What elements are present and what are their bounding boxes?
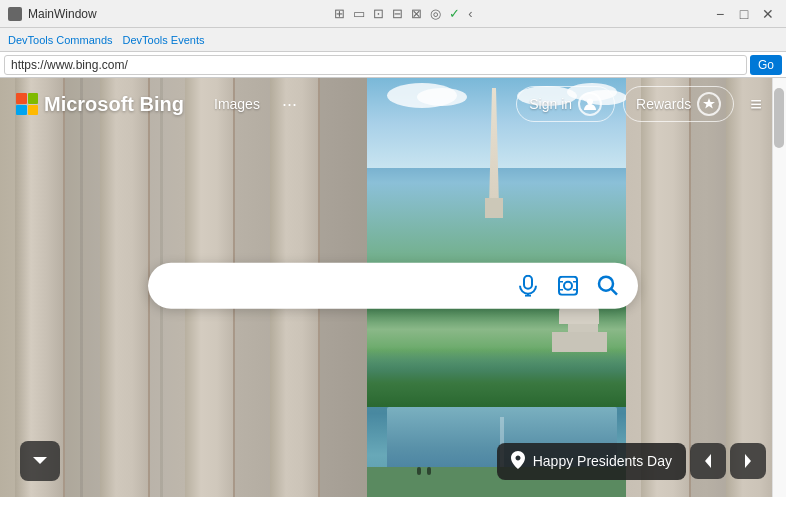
bing-logo[interactable]: Microsoft Bing	[16, 93, 184, 116]
bing-logo-squares	[16, 93, 38, 115]
right-column-shaft	[641, 78, 691, 497]
next-button[interactable]	[730, 443, 766, 479]
bottom-right-controls: Happy Presidents Day	[497, 443, 766, 480]
window-title: MainWindow	[28, 7, 97, 21]
browser-content: Microsoft Bing Images ··· Sign in Reward…	[0, 78, 786, 497]
location-badge: Happy Presidents Day	[497, 443, 686, 480]
scrollbar-thumb[interactable]	[774, 88, 784, 148]
svg-rect-4	[559, 276, 577, 294]
address-bar: Go	[0, 52, 786, 78]
app-icon	[8, 7, 22, 21]
nav-more[interactable]: ···	[274, 90, 305, 119]
svg-point-0	[587, 99, 593, 105]
location-pin-icon	[511, 451, 525, 472]
microphone-icon[interactable]	[514, 271, 542, 299]
monument-base	[485, 198, 503, 218]
rewards-button[interactable]: Rewards	[623, 86, 734, 122]
bing-header-right: Sign in Rewards ≡	[516, 86, 770, 122]
search-bar	[148, 262, 638, 308]
column-shaft-1	[15, 78, 65, 497]
toolbar-icon-1: ⊞	[334, 6, 345, 21]
column-shadow-1	[65, 78, 100, 497]
bg-right-column	[626, 78, 786, 497]
hamburger-menu[interactable]: ≡	[742, 88, 770, 121]
right-column-shaft-2	[726, 78, 776, 497]
sign-in-label: Sign in	[529, 96, 572, 112]
nav-images[interactable]: Images	[204, 90, 270, 118]
logo-square-blue	[16, 105, 27, 116]
logo-square-yellow	[28, 105, 39, 116]
toolbar-icon-back: ‹	[468, 6, 472, 21]
logo-square-red	[16, 93, 27, 104]
maximize-button[interactable]: □	[734, 4, 754, 24]
column-shaft-2	[100, 78, 150, 497]
toolbar-icon-4: ⊟	[392, 6, 403, 21]
scroll-down-button[interactable]	[20, 441, 60, 481]
logo-square-green	[28, 93, 39, 104]
visual-search-icon[interactable]	[554, 271, 582, 299]
svg-rect-1	[524, 275, 532, 288]
minimize-button[interactable]: −	[710, 4, 730, 24]
location-label: Happy Presidents Day	[533, 453, 672, 469]
user-icon	[578, 92, 602, 116]
bing-logo-text: Microsoft Bing	[44, 93, 184, 116]
close-button[interactable]: ✕	[758, 4, 778, 24]
title-bar: MainWindow ⊞ ▭ ⊡ ⊟ ⊠ ◎ ✓ ‹ − □ ✕	[0, 0, 786, 28]
devtools-commands[interactable]: DevTools Commands	[4, 32, 117, 48]
svg-point-10	[599, 276, 613, 290]
toolbar-icon-check: ✓	[449, 6, 460, 21]
bing-header: Microsoft Bing Images ··· Sign in Reward…	[0, 78, 786, 130]
search-container	[148, 262, 638, 308]
svg-point-5	[564, 281, 572, 289]
svg-line-11	[611, 288, 617, 294]
scrollbar[interactable]	[772, 78, 786, 497]
capitol-drum	[568, 324, 598, 332]
bottom-bar: Happy Presidents Day	[0, 441, 786, 481]
rewards-icon	[697, 92, 721, 116]
toolbar-icon-2: ▭	[353, 6, 365, 21]
search-input[interactable]	[164, 276, 514, 294]
url-input[interactable]	[4, 55, 747, 75]
devtools-toolbar: DevTools Commands DevTools Events	[0, 28, 786, 52]
search-submit-icon[interactable]	[594, 271, 622, 299]
prev-button[interactable]	[690, 443, 726, 479]
trees-row	[367, 347, 637, 407]
sign-in-button[interactable]: Sign in	[516, 86, 615, 122]
rewards-label: Rewards	[636, 96, 691, 112]
capitol-body	[552, 332, 607, 352]
devtools-events[interactable]: DevTools Events	[119, 32, 209, 48]
toolbar-icon-5: ⊠	[411, 6, 422, 21]
bing-nav: Images ···	[204, 90, 305, 119]
right-column-shadow	[691, 78, 726, 497]
toolbar-icon-6: ◎	[430, 6, 441, 21]
go-button[interactable]: Go	[750, 55, 782, 75]
toolbar-icon-3: ⊡	[373, 6, 384, 21]
search-icons	[514, 271, 622, 299]
